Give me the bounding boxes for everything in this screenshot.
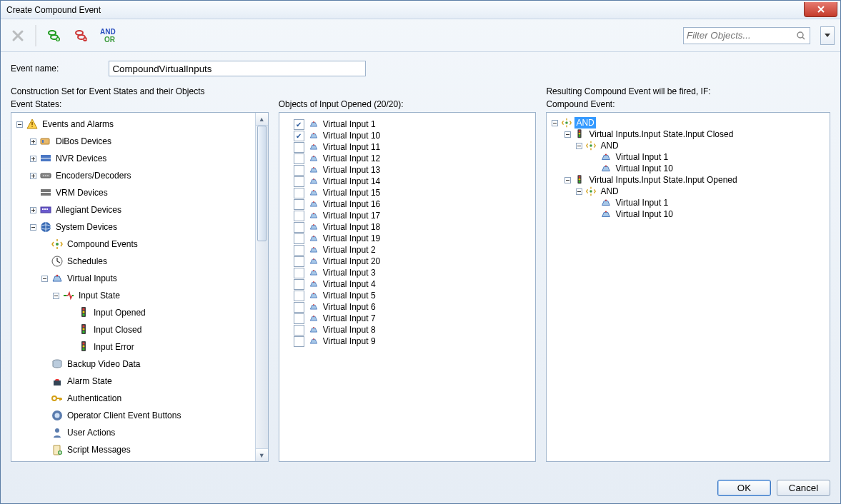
tree-node[interactable]: Schedules (66, 256, 109, 267)
object-checkbox[interactable] (294, 233, 304, 244)
event-name-input[interactable] (109, 61, 366, 76)
object-row[interactable]: Virtual Input 3 (279, 267, 536, 278)
object-row[interactable]: Virtual Input 16 (279, 198, 536, 210)
tree-node[interactable]: Input State (77, 290, 121, 301)
expand-toggle[interactable] (29, 155, 37, 163)
collapse-toggle[interactable] (29, 223, 37, 231)
cancel-button[interactable]: Cancel (777, 480, 830, 496)
collapse-toggle[interactable] (564, 176, 572, 184)
object-row[interactable]: Virtual Input 13 (279, 164, 536, 176)
object-row[interactable]: Virtual Input 11 (279, 141, 536, 153)
tree-node[interactable]: Authentication (66, 393, 123, 404)
object-row[interactable]: Virtual Input 8 (279, 324, 536, 336)
object-row[interactable]: Virtual Input 7 (279, 313, 536, 324)
object-checkbox[interactable]: ✔ (294, 119, 304, 130)
object-row[interactable]: Virtual Input 19 (279, 233, 536, 244)
add-condition-button[interactable] (42, 24, 65, 47)
object-checkbox[interactable] (294, 199, 304, 210)
object-checkbox[interactable] (294, 302, 304, 313)
filter-dropdown-button[interactable] (820, 26, 835, 45)
object-checkbox[interactable] (294, 211, 304, 221)
object-row[interactable]: Virtual Input 5 (279, 290, 536, 301)
object-row[interactable]: Virtual Input 12 (279, 153, 536, 164)
object-row[interactable]: Virtual Input 14 (279, 176, 536, 187)
scroll-up-icon[interactable]: ▲ (256, 113, 268, 126)
ok-button[interactable]: OK (717, 480, 771, 496)
object-checkbox[interactable] (294, 268, 304, 278)
tree-node[interactable]: Alarm State (66, 376, 114, 387)
result-node[interactable]: Virtual Input 1 (614, 151, 670, 163)
object-checkbox[interactable] (294, 222, 304, 233)
tree-node[interactable]: Backup Video Data (66, 358, 142, 370)
object-row[interactable]: Virtual Input 4 (279, 278, 536, 290)
object-row[interactable]: Virtual Input 18 (279, 221, 536, 233)
object-checkbox[interactable] (294, 291, 304, 301)
event-states-tree[interactable]: Events and Alarms DiBos Devices NVR Devi… (11, 112, 269, 462)
tree-node[interactable]: Input Closed (92, 324, 143, 336)
tree-node[interactable]: Encoders/Decoders (54, 170, 132, 181)
object-checkbox[interactable] (294, 313, 304, 324)
tree-node[interactable]: Virtual Inputs (66, 273, 119, 284)
object-row[interactable]: Virtual Input 15 (279, 187, 536, 198)
result-node[interactable]: Virtual Input 10 (614, 208, 675, 220)
object-checkbox[interactable] (294, 279, 304, 290)
object-row[interactable]: Virtual Input 2 (279, 244, 536, 256)
tree-node[interactable]: Input Opened (92, 307, 147, 318)
tree-node[interactable]: System Devices (54, 221, 119, 233)
object-row[interactable]: ✔Virtual Input 10 (279, 130, 536, 141)
objects-list[interactable]: ✔Virtual Input 1✔Virtual Input 10Virtual… (279, 112, 537, 462)
object-row[interactable]: ✔Virtual Input 1 (279, 119, 536, 130)
collapse-toggle[interactable] (52, 292, 60, 300)
and-or-toggle[interactable]: AND OR (96, 23, 119, 49)
scroll-thumb[interactable] (257, 126, 267, 241)
filter-objects-input[interactable] (683, 27, 810, 44)
close-button[interactable] (804, 2, 837, 17)
object-checkbox[interactable] (294, 165, 304, 176)
delete-button[interactable] (6, 24, 29, 47)
collapse-toggle[interactable] (575, 188, 583, 196)
event-states-scrollbar[interactable]: ▲ ▼ (255, 113, 268, 461)
object-checkbox[interactable] (294, 153, 304, 164)
object-checkbox[interactable] (294, 256, 304, 267)
result-node[interactable]: Virtual Input 1 (614, 197, 670, 208)
collapse-toggle[interactable] (551, 119, 559, 127)
tree-node[interactable]: NVR Devices (54, 153, 108, 164)
tree-node[interactable]: VRM Devices (54, 187, 109, 198)
tree-node[interactable]: Allegiant Devices (54, 204, 123, 216)
result-root-and[interactable]: AND (574, 117, 595, 128)
object-checkbox[interactable] (294, 336, 304, 347)
result-node[interactable]: AND (599, 186, 619, 197)
object-checkbox[interactable]: ✔ (294, 131, 304, 141)
compound-event-tree[interactable]: AND Virtual Inputs.Input State.Input Clo… (546, 112, 830, 462)
result-node[interactable]: Virtual Inputs.Input State.Input Closed (587, 128, 735, 140)
result-node[interactable]: Virtual Input 10 (614, 163, 675, 174)
object-checkbox[interactable] (294, 188, 304, 198)
expand-toggle[interactable] (29, 206, 37, 214)
tree-node[interactable]: DiBos Devices (54, 136, 113, 147)
object-row[interactable]: Virtual Input 20 (279, 256, 536, 267)
object-checkbox[interactable] (294, 245, 304, 256)
remove-condition-button[interactable] (69, 24, 92, 47)
collapse-toggle[interactable] (16, 121, 24, 128)
object-checkbox[interactable] (294, 176, 304, 187)
tree-node[interactable]: User Actions (66, 427, 116, 438)
tree-node[interactable]: Operator Client Event Buttons (66, 410, 182, 421)
collapse-toggle[interactable] (564, 131, 572, 138)
object-row[interactable]: Virtual Input 9 (279, 336, 536, 347)
tree-node[interactable]: Script Messages (66, 444, 132, 455)
tree-node[interactable]: Compound Events (66, 238, 139, 250)
object-checkbox[interactable] (294, 142, 304, 153)
result-node[interactable]: AND (599, 140, 619, 151)
result-node[interactable]: Virtual Inputs.Input State.Input Opened (587, 174, 738, 186)
expand-toggle[interactable] (29, 172, 37, 180)
svg-rect-25 (42, 208, 44, 210)
scroll-down-icon[interactable]: ▼ (256, 448, 268, 461)
collapse-toggle[interactable] (41, 275, 49, 283)
collapse-toggle[interactable] (575, 142, 583, 150)
tree-node[interactable]: Input Error (92, 341, 136, 353)
expand-toggle[interactable] (29, 138, 37, 146)
tree-node[interactable]: Events and Alarms (41, 119, 115, 130)
object-checkbox[interactable] (294, 325, 304, 336)
object-row[interactable]: Virtual Input 6 (279, 301, 536, 313)
object-row[interactable]: Virtual Input 17 (279, 210, 536, 221)
